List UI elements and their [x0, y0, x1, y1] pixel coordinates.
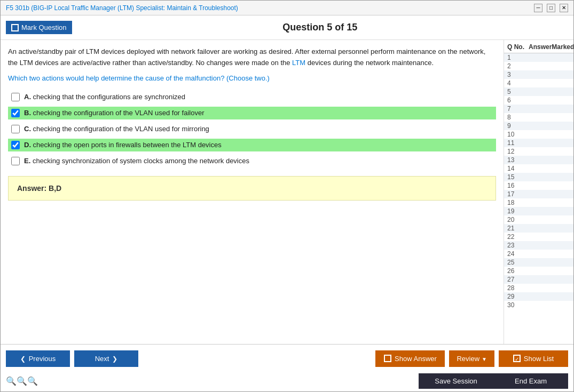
- sidebar-row[interactable]: 3: [504, 70, 573, 79]
- option-label-b: B. checking the configuration of the VLA…: [24, 109, 204, 117]
- zoom-in-button[interactable]: 🔍: [27, 376, 38, 386]
- end-exam-label: End Exam: [515, 377, 547, 385]
- question-title: Question 5 of 15: [72, 22, 568, 33]
- sidebar-row[interactable]: 30: [504, 301, 573, 309]
- sidebar-row[interactable]: 26: [504, 267, 573, 275]
- bottom-action-row: 🔍 🔍 🔍 Save Session End Exam: [1, 372, 573, 391]
- question-choose: Which two actions would help determine t…: [8, 74, 496, 82]
- mark-question-button[interactable]: Mark Question: [6, 21, 72, 34]
- title-bar: F5 301b (BIG-IP Local Traffic Manager (L…: [1, 1, 573, 15]
- title-bar-text: F5 301b (BIG-IP Local Traffic Manager (L…: [6, 4, 238, 12]
- title-bar-controls: ─ □ ✕: [534, 4, 568, 12]
- maximize-button[interactable]: □: [547, 4, 555, 12]
- answer-text: Answer: B,D: [17, 184, 61, 193]
- options-list: A. checking that the configurations are …: [8, 91, 496, 167]
- zoom-out-button[interactable]: 🔍: [6, 376, 17, 386]
- sidebar-row[interactable]: 2: [504, 62, 573, 70]
- option-checkbox-c[interactable]: [11, 125, 20, 133]
- close-button[interactable]: ✕: [560, 4, 568, 12]
- chevron-right-icon: [112, 355, 117, 363]
- main-content: An active/standby pair of LTM devices de…: [1, 40, 573, 344]
- sidebar-row[interactable]: 20: [504, 215, 573, 224]
- sidebar-row[interactable]: 23: [504, 241, 573, 250]
- sidebar-row[interactable]: 13: [504, 156, 573, 164]
- save-session-label: Save Session: [435, 377, 477, 385]
- show-list-label: Show List: [524, 355, 554, 363]
- review-button[interactable]: Review: [449, 350, 494, 367]
- bottom-combined: Previous Next Show Answer Review ✓ Show …: [1, 344, 573, 391]
- option-row-c: C. checking the configuration of the VLA…: [8, 123, 496, 135]
- sidebar-row[interactable]: 27: [504, 275, 573, 284]
- next-label: Next: [95, 355, 109, 363]
- app-window: F5 301b (BIG-IP Local Traffic Manager (L…: [0, 0, 574, 392]
- option-label-c: C. checking the configuration of the VLA…: [24, 125, 209, 133]
- sidebar-row[interactable]: 16: [504, 181, 573, 190]
- show-answer-icon: [384, 355, 391, 362]
- minimize-button[interactable]: ─: [534, 4, 542, 12]
- sidebar-row[interactable]: 12: [504, 147, 573, 156]
- option-checkbox-d[interactable]: [11, 141, 20, 149]
- sidebar-row[interactable]: 21: [504, 224, 573, 233]
- review-label: Review: [457, 355, 479, 363]
- option-checkbox-a[interactable]: [11, 93, 20, 101]
- sidebar-row[interactable]: 18: [504, 198, 573, 207]
- sidebar-row[interactable]: 15: [504, 173, 573, 181]
- sidebar-marked-header: Marked: [552, 43, 573, 51]
- chevron-left-icon: [20, 355, 26, 363]
- sidebar-header: Q No. Answer Marked: [504, 42, 573, 53]
- sidebar-row[interactable]: 17: [504, 190, 573, 198]
- sidebar-answer-header: Answer: [529, 43, 552, 51]
- option-label-e: E. checking synchronization of system cl…: [24, 157, 249, 165]
- show-answer-label: Show Answer: [395, 355, 437, 363]
- review-arrow-icon: [482, 355, 487, 363]
- option-label-a: A. checking that the configurations are …: [24, 93, 185, 101]
- question-area: An active/standby pair of LTM devices de…: [1, 40, 504, 344]
- sidebar-row[interactable]: 9: [504, 122, 573, 130]
- end-exam-button[interactable]: End Exam: [493, 373, 568, 389]
- sidebar-row[interactable]: 19: [504, 207, 573, 215]
- sidebar-row[interactable]: 11: [504, 139, 573, 147]
- sidebar-row[interactable]: 8: [504, 113, 573, 122]
- toolbar: Mark Question Question 5 of 15: [1, 15, 573, 40]
- answer-box: Answer: B,D: [8, 176, 496, 201]
- sidebar-row[interactable]: 4: [504, 79, 573, 87]
- option-row-a: A. checking that the configurations are …: [8, 91, 496, 103]
- bottom-nav-row: Previous Next Show Answer Review ✓ Show …: [1, 345, 573, 372]
- save-session-button[interactable]: Save Session: [419, 373, 493, 389]
- option-row-e: E. checking synchronization of system cl…: [8, 155, 496, 167]
- previous-label: Previous: [29, 355, 56, 363]
- sidebar-row[interactable]: 5: [504, 87, 573, 96]
- sidebar-row[interactable]: 25: [504, 258, 573, 267]
- sidebar-row[interactable]: 28: [504, 284, 573, 292]
- sidebar-row[interactable]: 10: [504, 130, 573, 139]
- mark-icon: [11, 24, 19, 31]
- sidebar-row[interactable]: 29: [504, 292, 573, 301]
- option-checkbox-e[interactable]: [11, 157, 20, 165]
- option-row-b: B. checking the configuration of the VLA…: [8, 107, 496, 119]
- option-label-d: D. checking the open ports in firewalls …: [24, 141, 222, 149]
- sidebar-row[interactable]: 6: [504, 96, 573, 105]
- mark-question-label: Mark Question: [21, 23, 67, 31]
- zoom-reset-button[interactable]: 🔍: [17, 376, 27, 386]
- sidebar-row[interactable]: 14: [504, 164, 573, 173]
- next-button[interactable]: Next: [74, 350, 138, 367]
- option-checkbox-b[interactable]: [11, 109, 20, 117]
- show-answer-button[interactable]: Show Answer: [375, 350, 445, 367]
- show-list-button[interactable]: ✓ Show List: [499, 350, 568, 367]
- sidebar-row[interactable]: 7: [504, 105, 573, 113]
- sidebar-row[interactable]: 1: [504, 53, 573, 62]
- sidebar-row[interactable]: 22: [504, 233, 573, 241]
- show-list-icon: ✓: [513, 355, 521, 362]
- previous-button[interactable]: Previous: [6, 350, 70, 367]
- question-body: An active/standby pair of LTM devices de…: [8, 46, 496, 69]
- sidebar-row[interactable]: 24: [504, 250, 573, 258]
- sidebar: Q No. Answer Marked 1 2 3 4 5 6 7 8 9 10…: [504, 40, 573, 344]
- sidebar-qno-header: Q No.: [507, 43, 529, 51]
- option-row-d: D. checking the open ports in firewalls …: [8, 139, 496, 151]
